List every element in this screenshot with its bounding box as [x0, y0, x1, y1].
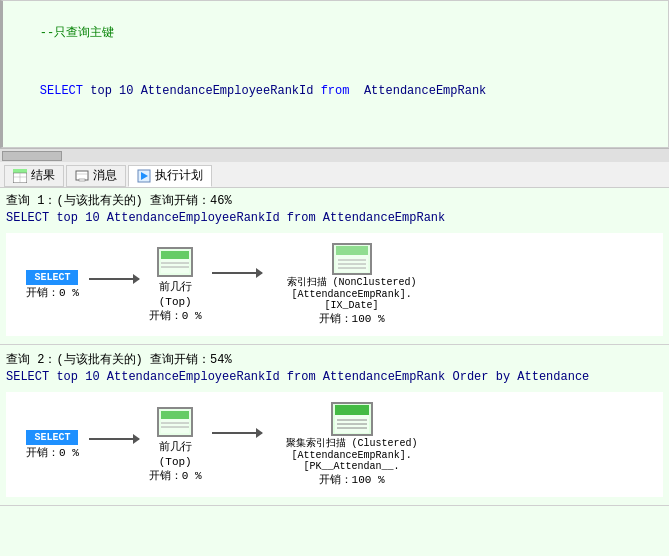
tab-execution-label: 执行计划	[155, 167, 203, 184]
sql-table-2: AttendanceEmpRank	[349, 147, 486, 148]
tab-messages-label: 消息	[93, 167, 117, 184]
message-icon	[75, 169, 89, 183]
tab-results[interactable]: 结果	[4, 165, 64, 187]
sql-table-1: AttendanceEmpRank	[349, 84, 486, 98]
query2-clustered-label: 聚集索引扫描 (Clustered)	[286, 436, 418, 450]
svg-rect-10	[161, 251, 189, 259]
execution-icon	[137, 169, 151, 183]
tab-bar: 结果 消息 执行计划	[0, 162, 669, 188]
query1-section: 查询 1：(与该批有关的) 查询开销：46% SELECT top 10 Att…	[0, 188, 669, 345]
scrollbar-thumb[interactable]	[2, 151, 62, 161]
query2-select-node: SELECT 开销：0 %	[26, 430, 79, 460]
query2-top-label: 前几行	[159, 439, 192, 454]
svg-rect-20	[161, 419, 189, 433]
query2-clustered-node: 聚集索引扫描 (Clustered) [AttendanceEmpRank].[…	[272, 402, 432, 487]
query1-index-cost: 开销：100 %	[319, 311, 385, 326]
svg-rect-5	[76, 171, 88, 180]
query1-top-sub: (Top)	[159, 296, 192, 308]
query1-sql: SELECT top 10 AttendanceEmployeeRankId f…	[0, 211, 669, 229]
index-scan-icon	[336, 246, 368, 272]
query2-select-badge: SELECT	[26, 430, 78, 445]
query1-top-label: 前几行	[159, 279, 192, 294]
query2-top-sub: (Top)	[159, 456, 192, 468]
svg-rect-7	[79, 179, 85, 181]
query1-top-node: 前几行 (Top) 开销：0 %	[149, 247, 202, 323]
horizontal-scrollbar[interactable]	[0, 148, 669, 162]
query1-select-node: SELECT 开销：0 %	[26, 270, 79, 300]
query1-index-node: 索引扫描 (NonClustered) [AttendanceEmpRank].…	[272, 243, 432, 326]
query1-select-cost: 开销：0 %	[26, 285, 79, 300]
query1-plan: SELECT 开销：0 % 前几行	[6, 233, 663, 336]
sql-text-1: top 10 AttendanceEmployeeRankId	[83, 84, 321, 98]
query2-clustered-detail: [AttendanceEmpRank].[PK__Attendan__.	[272, 450, 432, 472]
svg-rect-23	[335, 405, 369, 415]
svg-rect-14	[336, 246, 368, 255]
sql-line-2: SELECT top 10 AttendanceEmployeeRankId f…	[11, 126, 660, 148]
query1-top-cost: 开销：0 %	[149, 308, 202, 323]
sql-editor[interactable]: --只查询主键 SELECT top 10 AttendanceEmployee…	[0, 0, 669, 148]
sql-line-1: SELECT top 10 AttendanceEmployeeRankId f…	[11, 63, 660, 121]
sql-keyword-2: SELECT	[40, 147, 83, 148]
query2-select-cost: 开销：0 %	[26, 445, 79, 460]
sql-comment-line: --只查询主键	[11, 5, 660, 63]
table-icon	[13, 169, 27, 183]
query1-index-detail: [AttendanceEmpRank].[IX_Date]	[272, 289, 432, 311]
sql-comment: --只查询主键	[40, 26, 114, 40]
sql-from-2: from	[321, 147, 350, 148]
results-area[interactable]: 查询 1：(与该批有关的) 查询开销：46% SELECT top 10 Att…	[0, 188, 669, 556]
query2-sql: SELECT top 10 AttendanceEmployeeRankId f…	[0, 370, 669, 388]
top-icon	[161, 251, 189, 273]
query1-index-label: 索引扫描 (NonClustered)	[287, 275, 417, 289]
query1-select-badge: SELECT	[26, 270, 78, 285]
query2-plan: SELECT 开销：0 % 前几行	[6, 392, 663, 497]
tab-messages[interactable]: 消息	[66, 165, 126, 187]
top-icon-2	[161, 411, 189, 433]
svg-rect-11	[161, 259, 189, 273]
query2-top-node: 前几行 (Top) 开销：0 %	[149, 407, 202, 483]
query2-clustered-cost: 开销：100 %	[319, 472, 385, 487]
svg-rect-19	[161, 411, 189, 419]
sql-from-1: from	[321, 84, 350, 98]
tab-results-label: 结果	[31, 167, 55, 184]
query2-header: 查询 2：(与该批有关的) 查询开销：54%	[0, 347, 669, 370]
tab-execution[interactable]: 执行计划	[128, 165, 212, 187]
query2-section: 查询 2：(与该批有关的) 查询开销：54% SELECT top 10 Att…	[0, 347, 669, 506]
query2-top-cost: 开销：0 %	[149, 468, 202, 483]
sql-text-2: top 10 AttendanceEmployeeRankId	[83, 147, 321, 148]
query1-header: 查询 1：(与该批有关的) 查询开销：46%	[0, 188, 669, 211]
sql-keyword-1: SELECT	[40, 84, 83, 98]
clustered-icon	[335, 405, 369, 433]
svg-rect-1	[13, 169, 27, 173]
